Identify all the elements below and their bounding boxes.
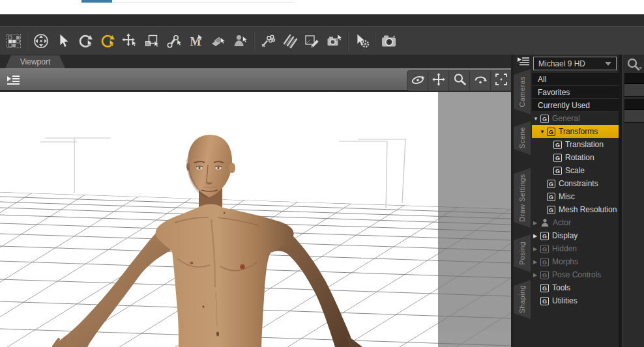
tree-item-label: Translation (565, 140, 604, 149)
browser-tab-hairline (112, 2, 295, 3)
group-icon: G (553, 141, 562, 149)
expander-right-icon[interactable]: ▶ (533, 246, 540, 252)
tree-item-morphs[interactable]: ▶GMorphs (532, 255, 619, 268)
person-cursor-icon[interactable] (230, 31, 251, 51)
rotate-cursor-icon[interactable] (75, 31, 96, 51)
tree-item-label: Morphs (552, 257, 578, 266)
parameter-search-button[interactable] (626, 57, 643, 72)
cursor-gear-icon[interactable] (351, 31, 372, 51)
expander-right-icon[interactable]: ▶ (533, 233, 540, 239)
group-icon: G (547, 193, 555, 201)
filter-favorites[interactable]: Favorites (532, 86, 619, 99)
tree-item-label: Transforms (559, 127, 598, 136)
actor-icon (540, 218, 549, 227)
hatch-strokes-icon[interactable] (280, 31, 300, 51)
dock-menu-button[interactable] (516, 55, 531, 67)
tree-item-scale[interactable]: GScale (532, 164, 619, 177)
compass-arrows-icon[interactable] (31, 31, 51, 51)
group-icon: G (547, 128, 555, 136)
toolbar-separator (254, 31, 255, 51)
clipped-parameters-panel (623, 55, 644, 347)
spray-icon[interactable] (257, 31, 278, 51)
orbit-button[interactable] (407, 71, 428, 90)
tree-item-label: Rotation (565, 153, 594, 162)
viewport-menu-button[interactable] (5, 73, 21, 87)
tree-item-label: Actor (553, 218, 571, 227)
tab-viewport[interactable]: Viewport (5, 55, 65, 68)
main-toolbar: M (0, 26, 644, 55)
pane-tab-draw-settings[interactable]: Draw Settings (514, 168, 531, 228)
tree-item-utilities[interactable]: GUtilities (532, 294, 619, 307)
cursor-icon[interactable] (53, 31, 74, 51)
move-arrows-cursor-icon[interactable] (119, 31, 140, 51)
letter-m-cursor-icon[interactable]: M (186, 31, 207, 51)
tree-item-label: Display (552, 231, 578, 240)
bone-cursor-icon[interactable] (164, 31, 184, 51)
expander-down-icon[interactable]: ▼ (533, 116, 540, 122)
pane-tab-scene[interactable]: Scene (514, 121, 531, 155)
blocks-grid-icon[interactable] (3, 31, 24, 51)
layers-cursor-icon[interactable] (208, 31, 229, 51)
parameter-group-tree: ▼GGeneral▼GTransformsGTranslationGRotati… (532, 112, 619, 307)
tree-item-tools[interactable]: GTools (532, 281, 619, 294)
camera-icon[interactable] (379, 31, 400, 51)
list-arrow-icon (516, 55, 531, 67)
group-icon: G (547, 206, 555, 214)
group-icon: G (540, 115, 549, 123)
menu-bar-strip (0, 14, 644, 26)
frame-corners-icon (494, 72, 508, 89)
scale-boxes-cursor-icon[interactable] (141, 31, 162, 51)
tree-item-rotation[interactable]: GRotation (532, 151, 619, 164)
tree-item-label: General (552, 114, 580, 123)
tree-item-general[interactable]: ▼GGeneral (532, 112, 619, 125)
group-icon: G (540, 271, 549, 279)
pane-tab-cameras[interactable]: Cameras (514, 69, 531, 115)
daz-studio-window: M Viewport (0, 0, 644, 347)
frame-corners-button[interactable] (490, 71, 511, 90)
group-icon: G (540, 232, 549, 240)
filter-label: All (538, 75, 546, 84)
tree-item-hidden[interactable]: ▶GHidden (532, 242, 619, 255)
tree-item-label: Misc (559, 192, 575, 201)
magnifier-icon (452, 72, 467, 89)
expander-right-icon[interactable]: ▶ (533, 272, 540, 278)
magnifier-button[interactable] (448, 71, 469, 90)
tree-item-pose-controls[interactable]: ▶GPose Controls (532, 268, 619, 281)
group-icon: G (540, 245, 549, 253)
figure-selector-dropdown[interactable]: Michael 9 HD (533, 57, 617, 70)
tree-item-mesh-resolution[interactable]: GMesh Resolution (532, 203, 619, 216)
tree-item-constraints[interactable]: GConstraints (532, 177, 619, 190)
magnifier-icon (626, 57, 643, 72)
clipped-parameter-tile (624, 84, 644, 97)
image-pencil-icon[interactable] (302, 31, 323, 51)
tree-item-translation[interactable]: GTranslation (532, 138, 619, 151)
pane-tab-shaping[interactable]: Shaping (514, 280, 531, 319)
tree-item-transforms[interactable]: ▼GTransforms (532, 125, 619, 138)
viewport-canvas[interactable] (0, 92, 511, 347)
tree-item-display[interactable]: ▶GDisplay (532, 229, 619, 242)
pane-tab-posing[interactable]: Posing (514, 234, 531, 272)
pane-tab-label: Shaping (518, 285, 526, 313)
expander-down-icon[interactable]: ▼ (540, 129, 547, 135)
filter-currently-used[interactable]: Currently Used (532, 99, 619, 112)
clipped-parameter-tile (624, 99, 644, 110)
pan-arrows-button[interactable] (428, 71, 448, 90)
tree-item-label: Scale (565, 166, 585, 175)
rotate-active-icon[interactable] (97, 31, 118, 51)
panel-scrollbar[interactable] (619, 55, 623, 347)
expander-right-icon[interactable]: ▶ (533, 220, 540, 226)
figure-selector-value: Michael 9 HD (534, 59, 605, 68)
tree-item-label: Mesh Resolution (559, 205, 617, 214)
group-icon: G (553, 167, 562, 175)
pane-tab-label: Draw Settings (518, 174, 526, 222)
swing-arrow-button[interactable] (469, 71, 490, 90)
expander-right-icon[interactable]: ▶ (533, 259, 540, 265)
pane-tab-label: Scene (518, 127, 526, 148)
tree-item-actor[interactable]: ▶Actor (532, 216, 619, 229)
clipped-parameter-tile (624, 73, 644, 84)
filter-all[interactable]: All (532, 73, 619, 86)
group-icon: G (540, 284, 549, 292)
camera-cursor-icon[interactable] (324, 31, 345, 51)
tree-item-misc[interactable]: GMisc (532, 190, 619, 203)
toolbar-separator (347, 31, 349, 51)
